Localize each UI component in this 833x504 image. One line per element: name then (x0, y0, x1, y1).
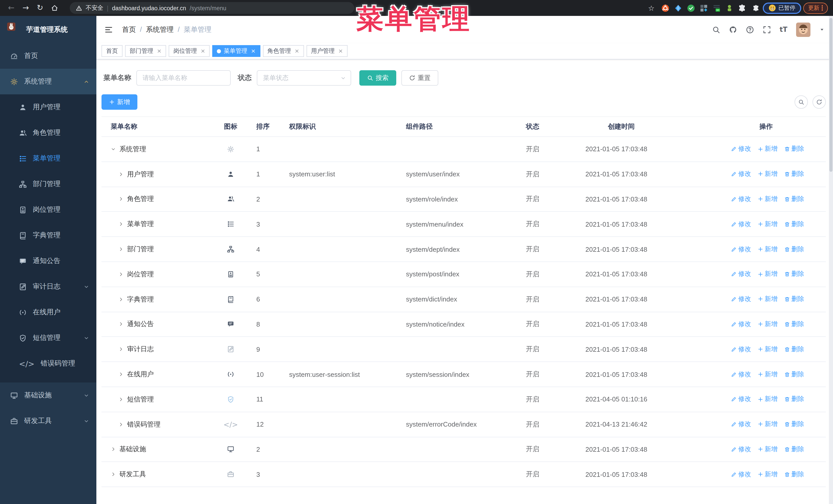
ext-ubuntu-icon[interactable] (661, 4, 669, 12)
add-link[interactable]: +新增 (758, 370, 778, 379)
chevron-right-icon[interactable] (118, 296, 123, 302)
ext-bot-icon[interactable] (725, 4, 733, 12)
sidebar-item[interactable]: 基础设施 (0, 383, 96, 408)
chevron-right-icon[interactable] (118, 247, 123, 252)
edit-link[interactable]: 修改 (731, 245, 751, 254)
tab-item[interactable]: 首页 (101, 45, 122, 57)
menu-name-input[interactable] (136, 70, 231, 86)
add-link[interactable]: +新增 (758, 145, 778, 153)
edit-link[interactable]: 修改 (731, 370, 751, 379)
chevron-right-icon[interactable] (118, 197, 123, 202)
edit-link[interactable]: 修改 (731, 220, 751, 229)
sidebar-item[interactable]: 岗位管理 (0, 197, 96, 222)
edit-link[interactable]: 修改 (731, 470, 751, 479)
chevron-right-icon[interactable] (118, 397, 123, 402)
chevron-right-icon[interactable] (111, 472, 116, 477)
delete-link[interactable]: 删除 (784, 170, 804, 178)
delete-link[interactable]: 删除 (784, 320, 804, 329)
search-icon[interactable] (712, 25, 720, 33)
delete-link[interactable]: 删除 (784, 470, 804, 479)
refresh-table-button[interactable] (812, 95, 826, 109)
sidebar-item[interactable]: 研发工具 (0, 408, 96, 434)
table-row[interactable]: 部门管理4system/dept/index开启2021-01-05 17:03… (101, 237, 826, 262)
add-link[interactable]: +新增 (758, 320, 778, 329)
table-row[interactable]: 系统管理1开启2021-01-05 17:03:48修改+新增删除 (101, 137, 826, 162)
table-row[interactable]: 审计日志9开启2021-01-05 17:03:48修改+新增删除 (101, 337, 826, 362)
sidebar-item[interactable]: 部门管理 (0, 171, 96, 197)
edit-link[interactable]: 修改 (731, 145, 751, 153)
close-icon[interactable]: × (338, 48, 343, 54)
delete-link[interactable]: 删除 (784, 295, 804, 304)
table-row[interactable]: 用户管理1system:user:listsystem/user/index开启… (101, 162, 826, 187)
extensions-puzzle-icon[interactable] (751, 3, 760, 13)
table-row[interactable]: 基础设施2开启2021-01-05 17:03:48修改+新增删除 (101, 437, 826, 462)
tab-item[interactable]: 岗位管理× (169, 45, 210, 57)
delete-link[interactable]: 删除 (784, 445, 804, 454)
add-button[interactable]: + 新增 (101, 94, 138, 110)
add-link[interactable]: +新增 (758, 220, 778, 229)
search-button[interactable]: 搜索 (359, 70, 396, 86)
chevron-right-icon[interactable] (118, 322, 123, 327)
edit-link[interactable]: 修改 (731, 295, 751, 304)
fullscreen-icon[interactable] (763, 25, 771, 33)
sidebar-item[interactable]: 通知公告 (0, 248, 96, 274)
add-link[interactable]: +新增 (758, 345, 778, 354)
close-icon[interactable]: × (200, 48, 205, 54)
table-row[interactable]: 角色管理2system/role/index开启2021-01-05 17:03… (101, 187, 826, 212)
sidebar-item[interactable]: 首页 (0, 43, 96, 69)
ext-puzzle-icon[interactable] (738, 4, 746, 12)
toggle-search-button[interactable] (794, 95, 808, 109)
ext-onpage-icon[interactable]: on (712, 4, 720, 12)
table-row[interactable]: 短信管理11开启2021-04-05 01:10:16修改+新增删除 (101, 387, 826, 412)
ext-gem-icon[interactable] (674, 4, 682, 12)
delete-link[interactable]: 删除 (784, 195, 804, 203)
chevron-right-icon[interactable] (118, 422, 123, 427)
chevron-right-icon[interactable] (118, 171, 123, 177)
paused-badge[interactable]: 已暂停 (763, 2, 801, 14)
status-select[interactable]: 菜单状态 (257, 70, 351, 86)
app-logo[interactable]: 芋道管理系统 (0, 16, 96, 43)
chevron-right-icon[interactable] (118, 222, 123, 227)
delete-link[interactable]: 删除 (784, 220, 804, 229)
edit-link[interactable]: 修改 (731, 170, 751, 178)
delete-link[interactable]: 删除 (784, 245, 804, 254)
add-link[interactable]: +新增 (758, 445, 778, 454)
close-icon[interactable]: × (294, 48, 299, 54)
chevron-right-icon[interactable] (118, 372, 123, 377)
chevron-down-icon[interactable] (111, 147, 116, 152)
add-link[interactable]: +新增 (758, 395, 778, 404)
delete-link[interactable]: 删除 (784, 270, 804, 279)
breadcrumb-home[interactable]: 首页 (122, 25, 136, 34)
sidebar-item[interactable]: 审计日志 (0, 274, 96, 299)
sidebar-item[interactable]: 字典管理 (0, 222, 96, 248)
browser-home-icon[interactable] (48, 2, 61, 14)
sidebar-item[interactable]: 短信管理 (0, 325, 96, 351)
delete-link[interactable]: 删除 (784, 145, 804, 153)
table-row[interactable]: 菜单管理3system/menu/index开启2021-01-05 17:03… (101, 212, 826, 237)
table-row[interactable]: 字典管理6system/dict/index开启2021-01-05 17:03… (101, 287, 826, 312)
sidebar-item[interactable]: 系统管理 (0, 69, 96, 94)
add-link[interactable]: +新增 (758, 270, 778, 279)
sidebar-item[interactable]: </>错误码管理 (0, 351, 96, 376)
edit-link[interactable]: 修改 (731, 320, 751, 329)
tab-item[interactable]: 部门管理× (125, 45, 166, 57)
delete-link[interactable]: 删除 (784, 345, 804, 354)
table-row[interactable]: 岗位管理5system/post/index开启2021-01-05 17:03… (101, 262, 826, 287)
add-link[interactable]: +新增 (758, 245, 778, 254)
font-size-icon[interactable]: tT (780, 26, 787, 33)
table-row[interactable]: 错误码管理</>12system/errorCode/index开启2021-0… (101, 412, 826, 437)
tab-item[interactable]: 用户管理× (307, 45, 348, 57)
add-link[interactable]: +新增 (758, 470, 778, 479)
sidebar-item[interactable]: 菜单管理 (0, 146, 96, 171)
chevron-right-icon[interactable] (118, 272, 123, 277)
scrollbar-thumb[interactable] (829, 18, 832, 172)
user-menu-caret-icon[interactable] (819, 27, 825, 32)
browser-reload-icon[interactable]: ↻ (34, 2, 46, 14)
edit-link[interactable]: 修改 (731, 395, 751, 404)
ext-verified-icon[interactable] (687, 4, 695, 12)
add-link[interactable]: +新增 (758, 420, 778, 429)
add-link[interactable]: +新增 (758, 295, 778, 304)
github-icon[interactable] (729, 25, 737, 33)
update-button[interactable]: 更新 (803, 2, 828, 14)
table-row[interactable]: 研发工具3开启2021-01-05 17:03:48修改+新增删除 (101, 462, 826, 487)
